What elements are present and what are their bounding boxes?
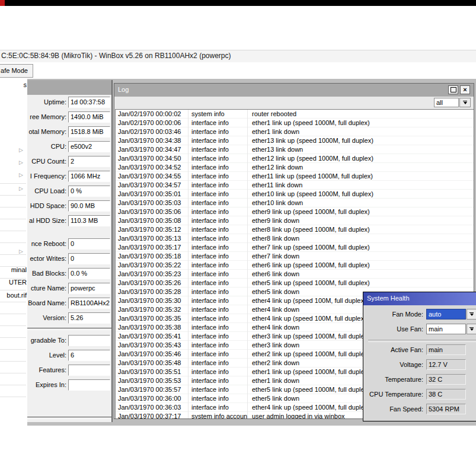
log-row[interactable]: Jan/03/1970 00:34:52interface infoether1… [116,163,474,172]
field-label: HDD Space: [6,202,66,209]
safe-mode-button[interactable]: afe Mode [0,64,33,78]
combo-field[interactable]: auto [426,309,466,320]
log-topics: interface info [188,270,247,278]
log-row[interactable]: Jan/03/1970 00:35:23interface infoether6… [116,270,474,279]
field-label: ree Memory: [6,113,66,120]
log-time: Jan/03/1970 00:35:53 [116,376,188,385]
log-filter-select[interactable]: all [434,98,459,107]
field-value: 5.26 [68,312,110,324]
log-topics: interface info [188,225,247,234]
log-row[interactable]: Jan/03/1970 00:34:57interface infoether1… [116,181,474,190]
log-row[interactable]: Jan/03/1970 00:34:47interface infoether1… [116,145,474,154]
log-time: Jan/03/1970 00:35:48 [116,359,188,367]
log-row[interactable]: Jan/03/1970 00:35:13interface infoether8… [116,234,474,243]
field-label: Uptime: [6,98,66,106]
log-topics: interface info [188,279,247,287]
log-row[interactable]: Jan/03/1970 00:34:38interface infoether1… [116,136,474,145]
close-button[interactable]: × [460,85,470,94]
sidebar-item-fragment[interactable]: s [0,81,27,88]
log-topics: interface info [188,234,247,242]
log-toolbar: all [115,97,473,108]
field-value: 1066 MHz [68,171,110,182]
log-filter-dropdown-button[interactable] [459,98,471,107]
field-label: CPU: [6,143,66,150]
log-topics: interface info [188,199,247,207]
log-topics: interface info [188,154,247,162]
field-label: otal Memory: [6,128,66,135]
field-label: Level: [6,352,66,359]
field-value: 110.3 MB [68,215,110,226]
field-label: Expires In: [6,381,66,388]
log-topics: interface info [188,287,247,296]
log-topics: interface info [188,190,247,198]
field-label: CPU Load: [6,187,66,194]
field-value: e500v2 [68,141,110,152]
dropdown-icon-bar [463,101,467,101]
log-row[interactable]: Jan/03/1970 00:35:12interface infoether8… [116,225,474,234]
log-time: Jan/03/1970 00:35:46 [116,350,188,358]
log-row[interactable]: Jan/03/1970 00:35:17interface infoether7… [116,243,474,252]
field-label: nce Reboot: [6,240,66,247]
log-time: Jan/03/1970 00:35:38 [116,323,188,331]
log-topics: interface info [188,252,247,260]
log-message: ether1 link down [247,127,474,136]
log-time: Jan/03/1970 00:36:00 [116,394,188,402]
log-time: Jan/03/1970 00:35:51 [116,368,188,376]
log-row[interactable]: Jan/03/1970 00:35:26interface infoether5… [116,279,474,287]
field-label: Features: [6,366,66,373]
dropdown-icon-triangle [470,314,474,316]
log-row[interactable]: Jan/03/1970 00:35:08interface infoether9… [116,216,474,225]
log-topics: interface info [188,243,247,251]
log-time: Jan/02/1970 00:03:46 [116,127,188,136]
dropdown-button[interactable] [467,309,476,320]
log-row[interactable]: Jan/03/1970 00:34:50interface infoether1… [116,154,474,163]
log-time: Jan/03/1970 00:34:55 [116,172,188,180]
log-time: Jan/03/1970 00:34:38 [116,136,188,145]
log-time: Jan/03/1970 00:34:50 [116,154,188,162]
field-value: 38 C [426,389,466,400]
log-time: Jan/03/1970 00:35:35 [116,314,188,322]
system-health-titlebar[interactable]: System Health [363,292,476,305]
log-topics: interface info [188,127,247,136]
dropdown-icon [463,101,467,104]
log-message: ether12 link up (speed 1000M, full duple… [247,154,474,162]
field-label: Voltage: [363,361,423,368]
log-topics: interface info [188,323,247,331]
log-topics: interface info [188,207,247,216]
system-health-title: System Health [367,295,410,302]
field-label: Use Fan: [363,325,423,333]
log-row[interactable]: Jan/03/1970 00:35:06interface infoether9… [116,207,474,216]
log-message: ether8 link down [247,234,474,242]
log-time: Jan/03/1970 00:35:30 [116,296,188,305]
log-row[interactable]: Jan/03/1970 00:35:03interface infoether1… [116,199,474,207]
log-time: Jan/03/1970 00:35:41 [116,332,188,340]
maximize-icon [451,87,456,92]
field-label: CPU Count: [6,158,66,165]
log-time: Jan/02/1970 00:00:02 [116,110,188,118]
combo-field[interactable]: main [426,324,466,334]
log-message: ether9 link up (speed 1000M, full duplex… [247,207,474,216]
divider [27,328,111,330]
sidebar-item-supout[interactable]: bout.rif [0,292,27,299]
log-message: ether6 link up (speed 1000M, full duplex… [247,261,474,269]
log-row[interactable]: Jan/02/1970 00:00:06interface infoether1… [116,119,474,127]
field-label: CPU Temperature: [363,391,423,398]
log-row[interactable]: Jan/02/1970 00:00:02system inforouter re… [116,110,474,119]
dropdown-button[interactable] [467,324,476,334]
field-value: 0.0 % [68,268,110,279]
field-label: cture Name: [6,285,66,292]
field-value: 6 [68,350,110,361]
log-time: Jan/03/1970 00:36:03 [116,403,188,411]
log-row[interactable]: Jan/03/1970 00:35:01interface infoether1… [116,190,474,199]
maximize-button[interactable] [448,85,458,94]
log-message: router rebooted [247,110,474,118]
log-row[interactable]: Jan/02/1970 00:03:46interface infoether1… [116,127,474,136]
window-title: C:5E:0C:5B:84:9B (MikroTik) - WinBox v5.… [1,52,231,60]
divider [368,340,476,342]
log-time: Jan/03/1970 00:34:57 [116,181,188,189]
log-row[interactable]: Jan/03/1970 00:35:22interface infoether6… [116,261,474,270]
log-row[interactable]: Jan/03/1970 00:35:18interface infoether7… [116,252,474,261]
log-row[interactable]: Jan/03/1970 00:34:55interface infoether1… [116,172,474,181]
field-value: 1518.8 MiB [68,126,110,138]
log-window-titlebar[interactable]: Log × [114,84,474,97]
